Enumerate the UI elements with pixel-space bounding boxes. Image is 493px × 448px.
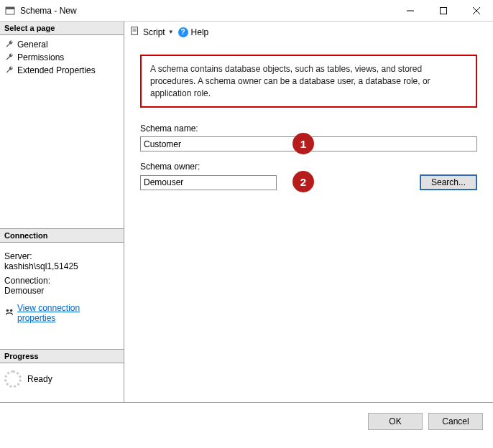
search-button[interactable]: Search...: [420, 174, 477, 190]
progress-spinner-icon: [4, 370, 22, 388]
minimize-button[interactable]: [394, 0, 427, 21]
schema-owner-input[interactable]: [140, 175, 277, 190]
ok-button[interactable]: OK: [368, 413, 423, 430]
maximize-button[interactable]: [427, 0, 460, 21]
view-connection-properties-link[interactable]: View connection properties: [17, 303, 119, 323]
title-bar: Schema - New: [0, 0, 493, 22]
main-area: Select a page General Permissions Extend…: [0, 22, 493, 402]
help-label: Help: [191, 27, 209, 37]
connection-header: Connection: [0, 228, 124, 243]
content-area: A schema contains database objects, such…: [124, 43, 493, 212]
close-button[interactable]: [460, 0, 493, 21]
script-icon: [130, 26, 140, 38]
toolbar: Script ▼ ? Help: [124, 22, 493, 43]
schema-name-label: Schema name:: [140, 123, 477, 134]
footer: OK Cancel: [0, 402, 493, 439]
svg-point-6: [6, 309, 9, 312]
info-box: A schema contains database objects, such…: [140, 55, 477, 108]
progress-status: Ready: [27, 374, 52, 384]
right-pane: Script ▼ ? Help A schema contains databa…: [124, 22, 493, 402]
wrench-icon: [4, 39, 14, 50]
wrench-icon: [4, 52, 14, 62]
connection-props-icon: [4, 307, 14, 319]
left-pane: Select a page General Permissions Extend…: [0, 22, 124, 402]
page-item-permissions[interactable]: Permissions: [0, 51, 124, 64]
connection-value: Demouser: [4, 286, 119, 296]
progress-header: Progress: [0, 349, 124, 363]
callout-badge-2: 2: [292, 171, 314, 192]
svg-rect-1: [6, 7, 14, 9]
page-item-general[interactable]: General: [0, 38, 124, 51]
script-label: Script: [143, 27, 165, 37]
page-item-label: General: [17, 39, 48, 50]
script-button[interactable]: Script ▼: [130, 26, 174, 38]
svg-rect-3: [441, 7, 447, 14]
wrench-icon: [4, 65, 14, 75]
select-page-header: Select a page: [0, 22, 124, 35]
connection-label: Connection:: [4, 276, 119, 286]
page-list: General Permissions Extended Properties: [0, 35, 124, 80]
cancel-button[interactable]: Cancel: [428, 413, 483, 430]
schema-owner-label: Schema owner:: [140, 162, 477, 172]
window-icon: [4, 5, 16, 17]
connection-body: Server: kashish\sql1,51425 Connection: D…: [0, 243, 124, 327]
help-icon: ?: [178, 27, 188, 37]
progress-body: Ready: [0, 363, 124, 402]
page-item-label: Permissions: [17, 52, 64, 62]
server-label: Server:: [4, 251, 119, 261]
server-value: kashish\sql1,51425: [4, 261, 119, 271]
window-title: Schema - New: [20, 6, 394, 16]
page-item-extended-properties[interactable]: Extended Properties: [0, 64, 124, 77]
chevron-down-icon: ▼: [168, 29, 174, 35]
page-item-label: Extended Properties: [17, 65, 96, 75]
help-button[interactable]: ? Help: [178, 27, 209, 37]
svg-point-7: [10, 309, 13, 312]
